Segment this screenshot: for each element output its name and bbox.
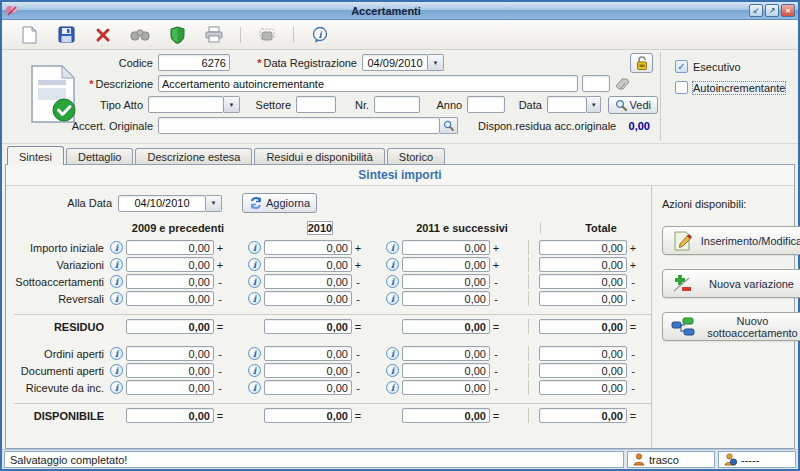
info-icon[interactable]: i — [248, 381, 261, 394]
info-button[interactable]: i — [309, 24, 331, 46]
inserimento-modifica-button[interactable]: Inserimento/Modifica — [662, 226, 800, 255]
amount-field[interactable]: 0,00 — [539, 291, 627, 306]
amount-field[interactable]: 0,00 — [402, 380, 490, 395]
info-icon[interactable]: i — [110, 381, 123, 394]
amount-field[interactable]: 0,00 — [539, 408, 627, 423]
amount-field[interactable]: 0,00 — [539, 274, 627, 289]
lock-button[interactable] — [630, 53, 653, 73]
amount-field[interactable]: 0,00 — [264, 363, 352, 378]
security-button[interactable] — [166, 24, 188, 46]
esecutivo-checkbox[interactable]: ✓ Esecutivo — [675, 60, 796, 73]
info-icon[interactable]: i — [386, 381, 399, 394]
tipo-atto-select[interactable]: ▼ — [148, 96, 240, 113]
save-button[interactable] — [55, 24, 77, 46]
info-icon[interactable]: i — [110, 347, 123, 360]
amount-field[interactable]: 0,00 — [264, 274, 352, 289]
search-button[interactable] — [129, 24, 151, 46]
amount-field[interactable]: 0,00 — [264, 319, 352, 334]
amount-field[interactable]: 0,00 — [264, 240, 352, 255]
info-icon[interactable]: i — [110, 241, 123, 254]
amount-field[interactable]: 0,00 — [402, 291, 490, 306]
tipo-atto-dropdown[interactable]: ▼ — [224, 96, 240, 113]
new-document-button[interactable] — [18, 24, 40, 46]
alla-data-dropdown[interactable]: ▼ — [206, 195, 222, 212]
amount-field[interactable]: 0,00 — [264, 408, 352, 423]
amount-field[interactable]: 0,00 — [126, 363, 214, 378]
data-registrazione-field[interactable] — [362, 54, 428, 71]
amount-field[interactable]: 0,00 — [126, 319, 214, 334]
amount-field[interactable]: 0,00 — [539, 380, 627, 395]
data-field[interactable] — [547, 96, 587, 113]
checkbox-unchecked-icon[interactable] — [675, 81, 688, 94]
tab-dettaglio[interactable]: Dettaglio — [66, 148, 133, 165]
info-icon[interactable]: i — [248, 241, 261, 254]
amount-field[interactable]: 0,00 — [402, 363, 490, 378]
info-icon[interactable]: i — [248, 347, 261, 360]
amount-field[interactable]: 0,00 — [539, 240, 627, 255]
tab-residui-e-disponibilit-[interactable]: Residui e disponibilità — [254, 148, 384, 165]
info-icon[interactable]: i — [110, 364, 123, 377]
amount-field[interactable]: 0,00 — [264, 380, 352, 395]
anno-field[interactable] — [467, 96, 505, 113]
info-icon[interactable]: i — [110, 292, 123, 305]
info-icon[interactable]: i — [248, 275, 261, 288]
nuova-variazione-button[interactable]: Nuova variazione — [662, 269, 800, 298]
nr-field[interactable] — [374, 96, 420, 113]
amount-field[interactable]: 0,00 — [264, 291, 352, 306]
amount-field[interactable]: 0,00 — [402, 257, 490, 272]
delete-button[interactable] — [92, 24, 114, 46]
nuovo-sottoaccertamento-button[interactable]: Nuovo sottoaccertamento — [662, 312, 800, 341]
amount-field[interactable]: 0,00 — [539, 257, 627, 272]
info-icon[interactable]: i — [386, 258, 399, 271]
info-icon[interactable]: i — [248, 292, 261, 305]
accert-originale-field[interactable] — [158, 117, 440, 134]
amount-field[interactable]: 0,00 — [264, 346, 352, 361]
tab-descrizione-estesa[interactable]: Descrizione estesa — [135, 148, 252, 165]
settore-field[interactable] — [296, 96, 336, 113]
amount-field[interactable]: 0,00 — [539, 346, 627, 361]
amount-field[interactable]: 0,00 — [402, 274, 490, 289]
restore-up-button[interactable]: ↗ — [765, 4, 779, 17]
tab-sintesi[interactable]: Sintesi — [7, 146, 64, 165]
info-icon[interactable]: i — [386, 347, 399, 360]
data-dropdown[interactable]: ▼ — [587, 96, 601, 113]
checkbox-checked-icon[interactable]: ✓ — [675, 60, 688, 73]
info-icon[interactable]: i — [248, 258, 261, 271]
codice-field[interactable] — [158, 54, 230, 71]
info-icon[interactable]: i — [386, 275, 399, 288]
info-icon[interactable]: i — [110, 258, 123, 271]
info-icon[interactable]: i — [248, 364, 261, 377]
close-button[interactable]: × — [781, 4, 795, 17]
eraser-icon[interactable] — [615, 77, 630, 90]
autoincrementante-checkbox[interactable]: Autoincrementante — [675, 81, 796, 94]
accert-originale-search-button[interactable] — [440, 117, 458, 134]
descrizione-extra-field[interactable] — [582, 75, 610, 92]
restore-down-button[interactable]: ↙ — [749, 4, 763, 17]
amount-field[interactable]: 0,00 — [126, 346, 214, 361]
amount-field[interactable]: 0,00 — [402, 319, 490, 334]
tab-storico[interactable]: Storico — [387, 148, 445, 165]
amount-field[interactable]: 0,00 — [539, 319, 627, 334]
aggiorna-button[interactable]: Aggiorna — [242, 193, 317, 213]
info-icon[interactable]: i — [386, 292, 399, 305]
vedi-button[interactable]: Vedi — [608, 96, 658, 114]
amount-field[interactable]: 0,00 — [402, 240, 490, 255]
amount-field[interactable]: 0,00 — [264, 257, 352, 272]
stamp-button[interactable] — [256, 24, 278, 46]
info-icon[interactable]: i — [386, 364, 399, 377]
amount-field[interactable]: 0,00 — [126, 380, 214, 395]
info-icon[interactable]: i — [386, 241, 399, 254]
descrizione-field[interactable] — [158, 75, 578, 92]
amount-field[interactable]: 0,00 — [402, 408, 490, 423]
amount-field[interactable]: 0,00 — [126, 408, 214, 423]
print-button[interactable] — [203, 24, 225, 46]
amount-field[interactable]: 0,00 — [126, 291, 214, 306]
info-icon[interactable]: i — [110, 275, 123, 288]
amount-field[interactable]: 0,00 — [126, 257, 214, 272]
amount-field[interactable]: 0,00 — [539, 363, 627, 378]
data-registrazione-dropdown[interactable]: ▼ — [428, 54, 444, 71]
amount-field[interactable]: 0,00 — [126, 240, 214, 255]
amount-field[interactable]: 0,00 — [402, 346, 490, 361]
alla-data-field[interactable] — [118, 195, 206, 212]
amount-field[interactable]: 0,00 — [126, 274, 214, 289]
